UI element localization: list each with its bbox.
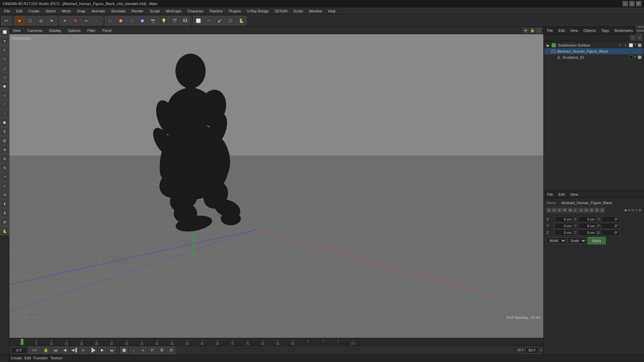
menu-create[interactable]: Create [26,8,42,14]
vp-menu-filter[interactable]: Filter [85,28,97,33]
left-btn-23[interactable]: 🐍 [0,227,9,235]
menu-character[interactable]: Character [185,8,206,14]
left-btn-14[interactable]: ⊕ [0,145,9,154]
restore-button[interactable]: □ [629,1,635,6]
vp-icon-fullscreen[interactable]: ⛶ [536,27,542,34]
tool-move[interactable]: ✚ [70,16,80,25]
tool-floor[interactable]: ⬜ [193,16,203,25]
left-btn-21[interactable]: ⬇ [0,208,9,217]
left-btn-22[interactable]: ⊞ [0,218,9,226]
viewport-canvas[interactable]: Perspective Grid Spacing : 10 cm X Y [9,34,543,338]
rt-edit[interactable]: Edit [556,28,567,33]
menu-animate[interactable]: Animate [89,8,108,14]
menu-script[interactable]: Script [291,8,306,14]
timeline-settings-button[interactable]: ⊞ [158,347,166,354]
undo-button[interactable]: ↩ [1,16,11,25]
tool-curve[interactable]: 〰 [204,16,214,25]
rt-tags[interactable]: Tags [599,28,611,33]
menu-simulate[interactable]: Simulate [108,8,128,14]
mode-texture[interactable]: ⬡ [25,16,35,25]
record-button[interactable]: ⬤ [120,347,128,354]
vp-menu-panel[interactable]: Panel [100,28,114,33]
left-btn-8[interactable]: ◇ [0,91,9,100]
tool-light[interactable]: 💡 [159,16,169,25]
attr-icon-3[interactable]: V [557,208,562,213]
z-size-input[interactable] [578,230,596,236]
obj-icon-1[interactable]: ⬡ [630,35,636,41]
tool-python[interactable]: 🐍 [236,16,246,25]
left-btn-4[interactable]: ⬡ [0,55,9,63]
menu-edit[interactable]: Edit [13,8,25,14]
left-btn-15[interactable]: ⊗ [0,154,9,163]
next-frame-button[interactable]: ▶ [98,347,106,354]
rt-bookmarks[interactable]: Bookmarks [612,28,635,33]
left-btn-3[interactable]: ≡ [0,46,9,54]
tool-render2[interactable]: 🎞 [180,16,190,25]
preview-button[interactable]: P [148,347,156,354]
left-btn-13[interactable]: @ [0,136,9,145]
tool-paint[interactable]: 🖌 [215,16,225,25]
menu-window[interactable]: Window [306,8,325,14]
x-pos-input[interactable] [554,216,573,222]
timeline-ruler[interactable]: // Draw ticks inline won't work, use fix… [9,338,543,345]
menu-plugins[interactable]: Plugins [226,8,244,14]
menu-file[interactable]: File [1,8,13,14]
left-btn-7[interactable]: ⬢ [0,82,9,90]
left-btn-6[interactable]: ◻ [0,73,9,81]
rb-edit[interactable]: Edit [556,192,567,197]
y-pos-input[interactable] [554,223,573,229]
auto-key-button[interactable]: ◈ [139,347,147,354]
tool-select[interactable]: ✕ [60,16,70,25]
vp-icon-crosshair[interactable]: ⊕ [523,27,529,34]
tool-spline[interactable]: ⬟ [116,16,126,25]
tool-sculpt2[interactable]: ⬡ [225,16,235,25]
play-reverse-button[interactable]: ◀▐ [70,347,78,354]
tree-item-human[interactable]: Abstract_Human_Figure_Black [544,48,643,54]
tree-item-sculpture[interactable]: Sculpture_01 ✕ [544,54,643,60]
current-frame-input[interactable] [11,347,28,354]
attr-icon-6[interactable]: L [573,208,578,213]
tree-vis-btn[interactable]: ✔ [618,43,623,48]
menu-3dtoall[interactable]: 3DToAll [272,8,290,14]
mat-create[interactable]: Create [11,356,22,360]
left-btn-17[interactable]: ↗ [0,172,9,181]
scale-dropdown[interactable]: Scale Size [568,237,586,244]
attr-icon-2[interactable]: H [552,208,556,213]
rt-objects[interactable]: Objects [581,28,598,33]
left-btn-20[interactable]: ⬆ [0,199,9,208]
timeline-lock[interactable]: 🔒 [42,347,50,354]
mat-edit[interactable]: Edit [24,356,31,360]
left-btn-12[interactable]: $ [0,127,9,136]
record-active-button[interactable]: ● [129,347,138,354]
left-btn-16[interactable]: ⇅ [0,163,9,172]
z-pos-input[interactable] [554,230,573,236]
goto-end-button[interactable]: ⏭ [108,347,116,354]
tool-rotate[interactable]: ↻ [92,16,102,25]
left-btn-5[interactable]: △ [0,64,9,72]
attr-icon-11[interactable]: K [600,208,605,213]
goto-start-button[interactable]: ⏮ [51,347,59,354]
left-btn-18[interactable]: ↙ [0,181,9,190]
attr-icon-10[interactable]: E [595,208,599,213]
attr-icon-7[interactable]: A [579,208,583,213]
menu-sculpt[interactable]: Sculpt [147,8,163,14]
mat-function[interactable]: Function [34,356,48,360]
tree-render-btn[interactable]: ● [623,43,628,48]
play-forward-button[interactable]: ▐▶ [89,347,97,354]
attr-icon-5[interactable]: M [568,208,573,213]
left-btn-10[interactable]: ~ [0,109,9,118]
tool-generator[interactable]: ⬡ [126,16,137,25]
vp-menu-cameras[interactable]: Cameras [25,28,45,33]
left-btn-2[interactable]: ✦ [0,37,9,45]
obj-icon-2[interactable]: ✔ [637,35,643,41]
vp-icon-lock[interactable]: 🔒 [529,27,535,34]
play-button[interactable]: ▶ [79,347,88,354]
rb-file[interactable]: File [545,192,555,197]
tool-primitive[interactable]: ◻ [105,16,115,25]
tree-item-subdiv[interactable]: ▶ Subdivision Surface ✔ ● ✕ [544,42,643,48]
menu-vraybridge[interactable]: V-Ray Bridge [244,8,271,14]
attr-icon-4[interactable]: R [562,208,567,213]
tool-render[interactable]: 🎬 [169,16,179,25]
attr-icon-8[interactable]: G [584,208,589,213]
prev-frame-button[interactable]: ◀ [61,347,69,354]
